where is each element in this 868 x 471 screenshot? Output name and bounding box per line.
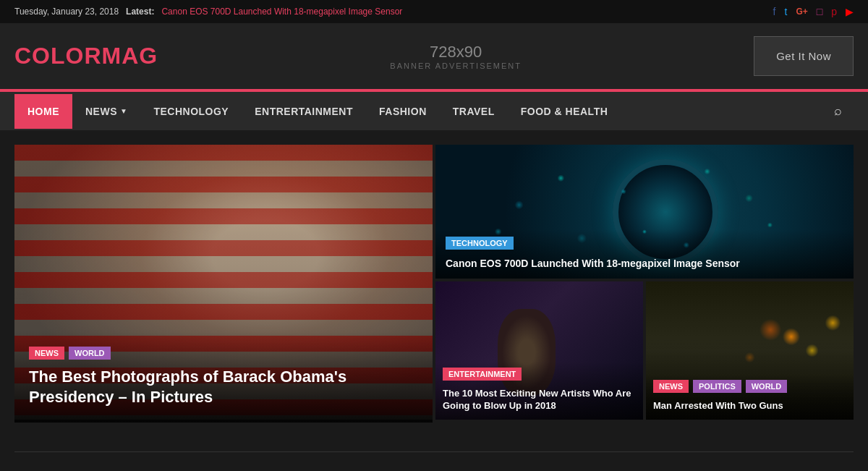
camera-title[interactable]: Canon EOS 700D Launched With 18-megapixe…	[446, 257, 843, 270]
badge-news[interactable]: NEWS	[29, 347, 64, 360]
top-bar-left: Tuesday, January 23, 2018 Latest: Canon …	[14, 7, 402, 17]
protest-overlay: NEWS POLITICS WORLD Man Arrested With Tw…	[646, 374, 854, 420]
nav-item-technology[interactable]: TECHNOLOGY	[140, 94, 242, 129]
articles-bottom-right: ENTERTAINMENT The 10 Most Exciting New A…	[435, 281, 854, 420]
nav-item-news[interactable]: NEWS ▼	[72, 94, 140, 129]
banner-text: BANNER ADVERTISEMENT	[390, 61, 522, 70]
header: COLORMAG 728x90 BANNER ADVERTISEMENT Get…	[0, 23, 868, 89]
camera-overlay: TECHNOLOGY Canon EOS 700D Launched With …	[435, 229, 854, 279]
latest-article-link[interactable]: Canon EOS 700D Launched With 18-megapixe…	[161, 7, 402, 17]
badge-world[interactable]: WORLD	[69, 347, 111, 360]
youtube-icon[interactable]: ▶	[846, 6, 854, 17]
badge-politics[interactable]: POLITICS	[693, 380, 741, 393]
badge-news-2[interactable]: NEWS	[653, 380, 689, 393]
google-plus-icon[interactable]: G+	[796, 7, 807, 17]
nav-item-entertainment[interactable]: ENTRERTAINMENT	[242, 94, 366, 129]
nav-item-fashion[interactable]: FASHION	[366, 94, 440, 129]
banner-ad: 728x90 BANNER ADVERTISEMENT	[390, 43, 522, 70]
pinterest-icon[interactable]: p	[831, 6, 837, 17]
artist-title[interactable]: The 10 Most Exciting New Artists Who Are…	[443, 388, 636, 412]
right-articles: TECHNOLOGY Canon EOS 700D Launched With …	[435, 145, 854, 420]
logo-color: COLOR	[14, 43, 102, 69]
badge-technology[interactable]: TECHNOLOGY	[446, 237, 514, 250]
camera-badges: TECHNOLOGY	[446, 237, 843, 250]
banner-size: 728x90	[390, 43, 522, 61]
top-bar: Tuesday, January 23, 2018 Latest: Canon …	[0, 0, 868, 23]
get-it-now-button[interactable]: Get It Now	[754, 36, 854, 76]
social-icons: f t G+ □ p ▶	[773, 6, 854, 17]
protest-title[interactable]: Man Arrested With Two Guns	[653, 400, 846, 412]
badge-entertainment[interactable]: ENTERTAINMENT	[443, 368, 522, 381]
date-label: Tuesday, January 23, 2018	[14, 7, 119, 17]
article-camera[interactable]: TECHNOLOGY Canon EOS 700D Launched With …	[435, 145, 854, 279]
search-icon[interactable]: ⌕	[822, 92, 854, 130]
nav-item-home[interactable]: HOME	[14, 94, 72, 129]
articles-grid: NEWS WORLD The Best Photographs of Barac…	[14, 145, 854, 423]
nav-item-food-health[interactable]: FOOD & HEALTH	[508, 94, 621, 129]
facebook-icon[interactable]: f	[773, 6, 776, 17]
artist-badges: ENTERTAINMENT	[443, 368, 636, 381]
navigation: HOME NEWS ▼ TECHNOLOGY ENTRERTAINMENT FA…	[0, 92, 868, 130]
instagram-icon[interactable]: □	[817, 6, 822, 17]
logo-mag: MAG	[102, 43, 158, 69]
badge-world-2[interactable]: WORLD	[746, 380, 788, 393]
featured-article[interactable]: NEWS WORLD The Best Photographs of Barac…	[14, 145, 433, 423]
logo[interactable]: COLORMAG	[14, 43, 158, 69]
featured-overlay: NEWS WORLD The Best Photographs of Barac…	[14, 332, 433, 423]
article-artist[interactable]: ENTERTAINMENT The 10 Most Exciting New A…	[435, 281, 643, 420]
featured-badges: NEWS WORLD	[29, 347, 418, 360]
featured-title[interactable]: The Best Photographs of Barack Obama's P…	[29, 367, 418, 408]
artist-overlay: ENTERTAINMENT The 10 Most Exciting New A…	[435, 362, 643, 420]
latest-label: Latest:	[126, 7, 154, 17]
content-area: NEWS WORLD The Best Photographs of Barac…	[0, 130, 868, 437]
nav-item-travel[interactable]: TRAVEL	[440, 94, 508, 129]
twitter-icon[interactable]: t	[785, 6, 788, 17]
bottom-divider	[14, 451, 854, 452]
protest-badges: NEWS POLITICS WORLD	[653, 380, 846, 393]
chevron-down-icon: ▼	[120, 107, 127, 115]
nav-items: HOME NEWS ▼ TECHNOLOGY ENTRERTAINMENT FA…	[14, 94, 621, 129]
article-protest[interactable]: NEWS POLITICS WORLD Man Arrested With Tw…	[646, 281, 854, 420]
